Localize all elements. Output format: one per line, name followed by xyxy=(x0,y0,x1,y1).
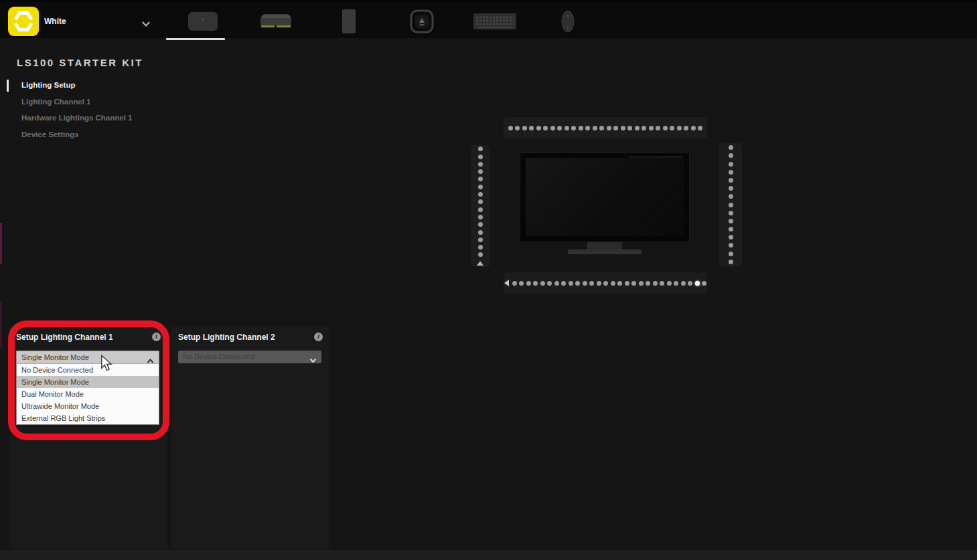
led-dot xyxy=(583,281,587,286)
led-dot xyxy=(478,147,483,151)
led-dot xyxy=(639,281,644,286)
led-dot xyxy=(729,178,733,183)
led-dot xyxy=(478,238,483,242)
profile-chevron-down-icon[interactable] xyxy=(141,18,151,30)
led-dot xyxy=(729,170,733,175)
led-dot xyxy=(625,281,629,286)
led-dot xyxy=(681,281,686,286)
monitor-stand-base xyxy=(568,250,642,254)
led-dot xyxy=(642,126,646,130)
led-dot xyxy=(575,281,580,286)
led-dot xyxy=(667,281,672,286)
channel-1-mode-option-list: No Device Connected Single Monitor Mode … xyxy=(16,363,159,425)
option-ultrawide-monitor-mode[interactable]: Ultrawide Monitor Mode xyxy=(17,400,159,412)
led-dot xyxy=(478,199,483,204)
led-dot xyxy=(729,153,733,158)
led-dot xyxy=(529,126,534,130)
option-external-rgb-light-strips[interactable]: External RGB Light Strips xyxy=(17,412,159,424)
led-strip-left xyxy=(471,145,490,267)
led-dot xyxy=(698,126,702,130)
led-dot xyxy=(569,281,573,286)
channel-2-mode-dropdown[interactable]: No Device Connected xyxy=(178,351,321,363)
sidebar-item-lighting-setup[interactable]: Lighting Setup xyxy=(21,81,75,89)
led-dot xyxy=(571,126,576,130)
channel-2-info-icon[interactable]: i xyxy=(314,333,323,341)
led-dot xyxy=(478,215,483,219)
ram-module-icon xyxy=(258,11,293,32)
led-dot xyxy=(478,230,483,235)
led-dot xyxy=(557,126,562,130)
device-tabs xyxy=(166,2,604,40)
sidebar-item-device-settings[interactable]: Device Settings xyxy=(21,130,79,138)
led-dot xyxy=(663,126,668,130)
tab-aio-pump[interactable] xyxy=(385,2,458,40)
tab-keyboard[interactable] xyxy=(458,2,531,40)
strip-direction-arrow-icon xyxy=(504,280,509,286)
led-dot xyxy=(646,281,650,286)
led-dot xyxy=(597,281,601,286)
led-dot xyxy=(729,186,733,191)
setup-lighting-channel-1-panel: Setup Lighting Channel 1 i Single Monito… xyxy=(9,326,167,549)
led-dot xyxy=(607,126,611,130)
led-dot xyxy=(729,227,733,231)
led-dot xyxy=(649,126,654,130)
led-dot xyxy=(617,281,622,286)
edge-artifact xyxy=(0,223,2,264)
led-dot xyxy=(702,281,706,286)
led-dot xyxy=(729,145,733,150)
channel-1-info-icon[interactable]: i xyxy=(152,333,161,341)
led-dot xyxy=(656,126,660,130)
led-dot xyxy=(554,281,559,286)
led-strip-right xyxy=(719,143,742,266)
led-dot xyxy=(478,192,483,197)
led-dot xyxy=(519,281,524,286)
active-nav-indicator xyxy=(7,80,9,92)
channel-1-panel-title: Setup Lighting Channel 1 xyxy=(16,333,113,342)
led-dot xyxy=(589,281,594,286)
led-dot xyxy=(526,281,531,286)
tab-ls100-lighting-controller[interactable] xyxy=(166,2,239,40)
channel-1-mode-dropdown[interactable]: Single Monitor Mode xyxy=(16,351,159,363)
led-dot xyxy=(579,126,583,130)
led-dot xyxy=(533,281,538,286)
sidebar-item-hardware-lightings-channel-1[interactable]: Hardware Lightings Channel 1 xyxy=(21,114,133,122)
top-bar: White xyxy=(0,0,977,38)
led-dot xyxy=(729,252,733,256)
led-dot xyxy=(729,211,733,215)
corsair-logo-icon[interactable] xyxy=(8,7,39,36)
led-dot xyxy=(599,126,604,130)
led-dot xyxy=(729,203,733,207)
led-dot xyxy=(684,126,688,130)
led-dot xyxy=(631,281,636,286)
led-dot xyxy=(478,185,483,189)
led-dot xyxy=(653,281,658,286)
led-dot xyxy=(550,126,555,130)
led-dot xyxy=(478,207,483,212)
led-dot xyxy=(478,169,483,174)
led-dot xyxy=(688,281,692,286)
led-dot xyxy=(729,235,733,240)
chevron-down-icon xyxy=(309,355,317,367)
tab-lighting-node[interactable] xyxy=(312,2,385,40)
led-dot xyxy=(613,126,618,130)
led-dot xyxy=(593,126,597,130)
option-dual-monitor-mode[interactable]: Dual Monitor Mode xyxy=(17,388,159,400)
led-dot xyxy=(547,281,552,286)
led-dot xyxy=(478,222,483,227)
sidebar-item-lighting-channel-1[interactable]: Lighting Channel 1 xyxy=(21,98,91,106)
led-dot xyxy=(729,219,733,223)
led-dot xyxy=(670,126,674,130)
profile-name: White xyxy=(44,17,66,26)
led-strip-bottom xyxy=(504,272,707,294)
tab-ram-module[interactable] xyxy=(239,2,312,40)
icue-window: White xyxy=(0,0,977,560)
tab-mouse[interactable] xyxy=(531,2,604,40)
option-single-monitor-mode[interactable]: Single Monitor Mode xyxy=(17,376,159,388)
led-dot xyxy=(729,260,733,264)
led-dot xyxy=(536,126,541,130)
mouse-icon xyxy=(560,9,576,34)
setup-lighting-channel-2-panel: Setup Lighting Channel 2 i No Device Con… xyxy=(171,326,329,549)
option-no-device-connected[interactable]: No Device Connected xyxy=(17,364,159,376)
led-dot xyxy=(543,126,548,130)
led-dot xyxy=(635,126,640,130)
